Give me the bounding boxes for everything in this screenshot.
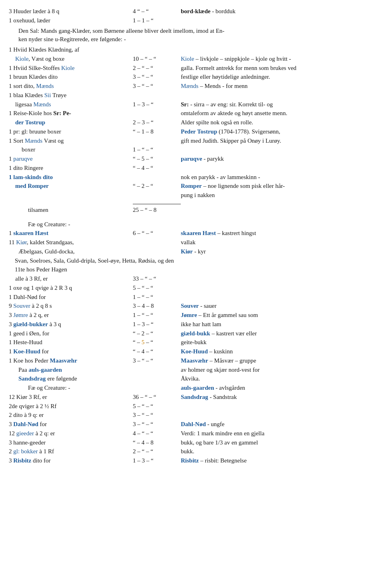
- col-right-giaeld-bukker: ikke har hatt lam: [181, 320, 375, 329]
- col-left-skaaren-haest: 1 skaaren Hæst: [9, 229, 133, 238]
- col-left-kiole: Kiole, Væst og boxe: [9, 55, 133, 64]
- col-right-aebelgaas: Kiør - kyr: [181, 247, 375, 256]
- col-right-ligesaa: Sr: - sirra – av eng: sir. Korrekt til- …: [181, 100, 375, 109]
- row-hanne-geeder: 3 hanne-geeder “ – 4 – 8 bukk, og bare 1…: [9, 439, 375, 447]
- row-sort: 1 sort dito, Mænds 3 – “ – “ Mænds – Men…: [9, 82, 375, 91]
- row-blaa: 1 blaa Klædes Sii Trøye: [9, 91, 375, 100]
- row-paruqve: 1 paruqve “ – 5 – “ paruqve - parykk: [9, 155, 375, 163]
- col-left-fae-creature: Fæ og Creature: -: [9, 220, 133, 229]
- row-boxer2: boxer 1 – “ – “: [9, 146, 375, 154]
- row-11te: 11te hos Peder Hagen: [9, 265, 375, 274]
- page-content: 3 Huuder læder à 8 q 4 “ – “ bord-klæde …: [9, 7, 375, 465]
- col-right-sandsdrag: Åkvika.: [181, 375, 375, 383]
- col-right-3dahl-nod: Dahl-Nød - ungfe: [181, 420, 375, 429]
- col-left-souver: 9 Souver à 2 q 8 s: [9, 302, 133, 311]
- col-right-heste-huud: geite-bukk: [181, 338, 375, 347]
- col-left-tilsamen: tilsamen: [9, 206, 133, 215]
- col-left-auls-gaarden: Paa auls-gaarden: [9, 366, 133, 375]
- col-left-dahl-nod: 1 Dahl-Nød for: [9, 293, 133, 302]
- col-right-1: bord-klæde - bordduk: [181, 7, 375, 16]
- col-mid-geed: “ – 2 – “: [133, 329, 181, 338]
- col-mid-dito-ringere: “ – 4 – “: [133, 164, 181, 173]
- row-oxe: 1 oxe og 1 qvige à 2 R 3 q 5 – “ – “: [9, 284, 375, 293]
- col-left-ligesaa: ligesaa Mænds: [9, 100, 133, 109]
- col-left-heste-huud: 1 Heste-Huud: [9, 338, 133, 347]
- col-right-souver: Souver - sauer: [181, 302, 375, 311]
- col-left-hanne-geeder: 3 hanne-geeder: [9, 439, 133, 447]
- row-souver: 9 Souver à 2 q 8 s 3 – 4 – 8 Souver - sa…: [9, 302, 375, 311]
- col-mid-sort: 3 – “ – “: [133, 82, 181, 91]
- col-mid-paruqve: “ – 5 – “: [133, 155, 181, 163]
- col-mid-bruun: 3 – “ – “: [133, 73, 181, 82]
- col-left-koe-huud: 1 Koe-Huud for: [9, 347, 133, 356]
- row-sort-maends: 1 Sort Mænds Væst og gift med Judith. Sk…: [9, 137, 375, 146]
- col-left-sort: 1 sort dito, Mænds: [9, 82, 133, 91]
- col-mid-3dahl-nod: 3 – “ – “: [133, 420, 181, 429]
- row-koe-huud: 1 Koe-Huud for “ – 4 – “ Koe-Huud – kusk…: [9, 347, 375, 356]
- col-right-sort-maends: gift med Judith. Skipper på Onøy i Lurøy…: [181, 137, 375, 146]
- col-right-silke-kiole: galla. Formelt antrekk for menn som bruk…: [181, 64, 375, 73]
- row-12gieeder: 12 gieeder à 2 q: er 4 – “ – “ Verdi: 1 …: [9, 429, 375, 438]
- col-right-lam-skinds: nok en parykk - av lammeskinn -: [181, 173, 375, 182]
- col-mid-kiole: 10 – “ – “: [133, 55, 181, 64]
- col-left-kior: 11 Kiør, kaldet Strandgaas,: [9, 238, 133, 247]
- col-left-koe-maasvahr: 1 Koe hos Peder Maasvæhr: [9, 357, 133, 365]
- col-mid-12kior: 36 – “ – “: [133, 393, 181, 402]
- col-right-sort: Mænds – Mends - for menn: [181, 82, 375, 91]
- row-1: 3 Huuder læder à 8 q 4 “ – “ bord-klæde …: [9, 7, 375, 16]
- col-right-kior: vallak: [181, 238, 375, 247]
- row-med-romper: med Romper “ – 2 – “ Romper – noe lignen…: [9, 182, 375, 191]
- col-left-med-romper: med Romper: [9, 182, 133, 191]
- row-boxer: 1 pr: gl: bruune boxer “ – 1 – 8 Peder T…: [9, 128, 375, 136]
- col-left-giaeld-bukker: 3 giæld-bukker à 3 q: [9, 320, 133, 329]
- col-right-12kior: Sandsdrag - Sandstrak: [181, 393, 375, 402]
- row-koe-maasvahr: 1 Koe hos Peder Maasvæhr 3 – “ – “ Maasv…: [9, 357, 375, 365]
- col-mid-koe-maasvahr: 3 – “ – “: [133, 357, 181, 365]
- row-silke-kiole: 1 Hviid Silke-Stoffes Kiole 2 – “ – “ ga…: [9, 64, 375, 73]
- row-dito-ringere: 1 dito Ringere “ – 4 – “: [9, 164, 375, 173]
- row-kior: 11 Kiør, kaldet Strandgaas, vallak: [9, 238, 375, 247]
- col-left-3dahl-nod: 3 Dahl-Nød for: [9, 420, 133, 429]
- col-left-hviid-klaeding: 1 Hviid Klædes Klædning, af: [9, 46, 133, 54]
- row-12kior: 12 Kiør 3 Rf, er 36 – “ – “ Sandsdrag - …: [9, 393, 375, 402]
- col-left-blaa: 1 blaa Klædes Sii Trøye: [9, 91, 133, 100]
- row-fae-creature2: Fæ og Creature: - auls-gaarden - avlsgår…: [9, 384, 375, 393]
- col-left-aebelgaas: Æbelgaas, Guld-docka,: [9, 247, 133, 256]
- row-risbitz: 3 Risbitz dito for 1 – 3 – “ Risbitz – r…: [9, 456, 375, 465]
- col-right-risbitz: Risbitz – risbit: Betegnelse: [181, 456, 375, 465]
- row-heste-huud: 1 Heste-Huud “ – 5 – “ geite-bukk: [9, 338, 375, 347]
- row-2: 1 oxehuud, læder 1 – 1 – “: [9, 16, 375, 25]
- row-2de-qviger: 2de qviger à 2 ½ Rf 5 – “ – “: [9, 402, 375, 411]
- col-right-kiole: Kiole – livkjole – snippkjole – kjole og…: [181, 55, 375, 64]
- col-mid-dahl-nod: 1 – “ – “: [133, 293, 181, 302]
- row-dahl-nod: 1 Dahl-Nød for 1 – “ – “: [9, 293, 375, 302]
- col-mid-giaeld-bukker: 1 – 3 – “: [133, 320, 181, 329]
- row-lam-skinds: 1 lam-skinds dito nok en parykk - av lam…: [9, 173, 375, 182]
- row-ligesaa: ligesaa Mænds 1 – 3 – “ Sr: - sirra – av…: [9, 100, 375, 109]
- row-svan: Svan, Soelroes, Sala, Guld-dripla, Soel-…: [9, 257, 375, 265]
- row-kiole: Kiole, Væst og boxe 10 – “ – “ Kiole – l…: [9, 55, 375, 64]
- col-mid-hanne-geeder: “ – 4 – 8: [133, 439, 181, 447]
- col-left-sandsdrag: Sandsdrag ere følgende: [9, 375, 133, 383]
- row-tostrup: der Tostrup 2 – 3 – “ Alder spilte nok o…: [9, 118, 375, 127]
- col-mid-2de-qviger: 5 – “ – “: [133, 402, 181, 411]
- col-right-koe-huud: Koe-Huud – kuskinn: [181, 347, 375, 356]
- col-right-romper-cont: pung i nakken: [181, 191, 375, 200]
- col-mid-boxer2: 1 – “ – “: [133, 146, 181, 154]
- col-mid-jomre: 1 – “ – “: [133, 311, 181, 320]
- row-reise-kiole: 1 Reise-Kiole hos Sr: Pe- omtaleform av …: [9, 109, 375, 118]
- row-giaeld-bukker: 3 giæld-bukker à 3 q 1 – 3 – “ ikke har …: [9, 320, 375, 329]
- col-right-med-romper: Romper – noe lignende som pisk eller hår…: [181, 182, 375, 191]
- col-mid-koe-huud: “ – 4 – “: [133, 347, 181, 356]
- col-left-silke-kiole: 1 Hviid Silke-Stoffes Kiole: [9, 64, 133, 73]
- col-svan: Svan, Soelroes, Sala, Guld-dripla, Soel-…: [9, 257, 375, 265]
- row-gl-bokker: 2 gl: bokker à 1 Rf 2 – “ – “ bukk.: [9, 447, 375, 456]
- col-left-oxe: 1 oxe og 1 qvige à 2 R 3 q: [9, 284, 133, 293]
- col-right-boxer: Peder Tostrup (1704-1778). Svigersønn,: [181, 128, 375, 136]
- col-right-skaaren-haest: skaaren Hæst – kastrert hingst: [181, 229, 375, 238]
- col-left-bruun: 1 bruun Klædes dito: [9, 73, 133, 82]
- col-left-jomre: 3 Jømre à 2 q, er: [9, 311, 133, 320]
- col-right-fae-creature2: auls-gaarden - avlsgården: [181, 384, 375, 393]
- col-mid-2dito: 3 – “ – “: [133, 411, 181, 420]
- row-fae-creature: Fæ og Creature: -: [9, 220, 375, 229]
